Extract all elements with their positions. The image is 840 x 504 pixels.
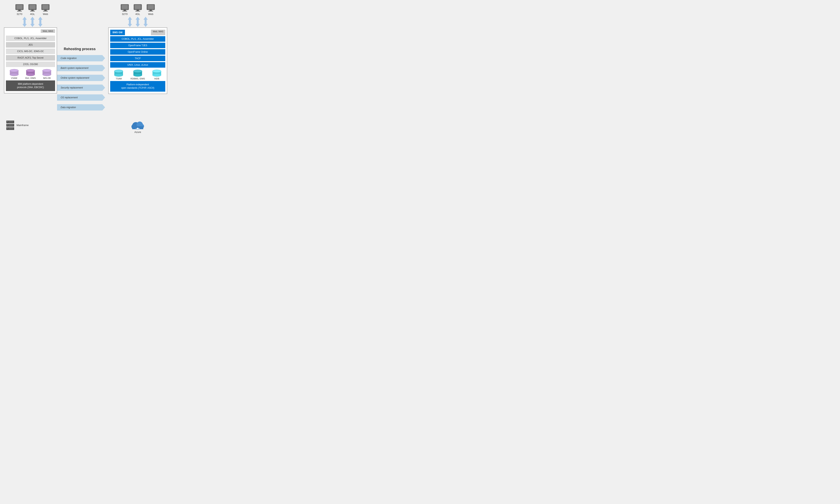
- bms-gw-badge: BMS GW: [110, 30, 125, 35]
- bottom-labels-row: Mainframe Azure: [4, 117, 206, 133]
- left-bottom-dark-box: IBM platform-dependent protocols (SNA, E…: [6, 80, 55, 91]
- svg-rect-7: [30, 11, 35, 12]
- svg-point-46: [153, 74, 161, 76]
- vsam-cylinder-icon: [9, 69, 19, 76]
- right-terminal-3270-label: 3270: [122, 13, 128, 16]
- right-bottom-text: Platform-independent open standards (TCP…: [121, 83, 155, 89]
- step-os-replacement-arrow: OS replacement: [57, 94, 102, 101]
- svg-rect-18: [137, 10, 139, 11]
- step-security-replacement-label: Security replacement: [59, 86, 83, 89]
- right-terminal-4gl-label: 4GL: [135, 13, 140, 16]
- step-os-replacement-label: OS replacement: [59, 96, 78, 99]
- svg-rect-19: [135, 11, 140, 12]
- svg-rect-15: [122, 11, 127, 12]
- left-web-was-badge: Web, WAS: [41, 29, 55, 33]
- left-db-db2: Db2, IDMS: [25, 69, 36, 79]
- svg-point-34: [42, 73, 51, 76]
- left-db-db2-label: Db2, IDMS: [25, 77, 36, 79]
- svg-rect-23: [148, 11, 153, 12]
- svg-point-38: [114, 74, 123, 76]
- bottom-middle-spacer: [57, 117, 102, 133]
- arrows-row: [4, 17, 206, 27]
- svg-point-39: [114, 70, 123, 73]
- step-code-migration-arrow: Code migration: [57, 55, 102, 61]
- svg-point-27: [10, 69, 18, 72]
- svg-rect-59: [7, 128, 8, 129]
- step-batch-replacement-label: Batch system replacement: [59, 67, 88, 69]
- azure-cloud-icon: [130, 119, 146, 130]
- imsdb-cylinder-icon: [41, 69, 52, 76]
- left-arrow-3270: [22, 17, 27, 27]
- svg-point-30: [26, 73, 35, 76]
- left-db-imsdb-label: IMS-DB: [43, 77, 51, 79]
- right-db-tsam-label: TSAM: [116, 77, 122, 80]
- left-db-vsam-label: VSAM: [11, 77, 17, 79]
- step-data-migration-arrow: Data migration: [57, 104, 102, 110]
- right-arrow-web: [143, 17, 148, 27]
- right-bar-openframe-tjes: OpenFrame TJES: [110, 43, 165, 48]
- step-batch-replacement: Batch system replacement: [57, 65, 102, 71]
- left-bar-jes: JES: [6, 42, 55, 48]
- left-arrow-4gl: [30, 17, 35, 27]
- svg-point-43: [134, 70, 142, 73]
- right-terminal-3270: 3270: [120, 4, 129, 16]
- svg-point-68: [137, 128, 139, 130]
- left-bar-cics: CICS, IMS-DC, IDMS-DC: [6, 49, 55, 54]
- step-security-replacement: Security replacement: [57, 85, 102, 91]
- db2-cylinder-icon: [25, 69, 36, 76]
- step-code-migration-label: Code migration: [59, 57, 76, 59]
- svg-rect-10: [44, 10, 47, 11]
- main-content-row: Web, WAS COBOL, PL/1, JCL, Assembler JES…: [4, 27, 206, 114]
- right-db-tsam: TSAM: [113, 70, 124, 80]
- svg-point-42: [134, 74, 142, 76]
- right-bar-openframe-online: OpenFrame Online: [110, 49, 165, 55]
- svg-rect-54: [7, 125, 8, 125]
- right-bar-unix: UNIX, Linux, zLinux: [110, 62, 165, 68]
- right-arrow-3270: [128, 17, 132, 27]
- svg-rect-9: [42, 5, 49, 9]
- right-bar-tacf: TACF: [110, 56, 165, 61]
- left-terminal-web: Web: [41, 4, 50, 16]
- svg-rect-13: [122, 5, 128, 9]
- right-terminal-4gl: 4GL: [133, 4, 142, 16]
- svg-rect-21: [147, 5, 154, 9]
- left-terminal-4gl: 4GL: [28, 4, 37, 16]
- right-db-hidb: HiDB: [152, 70, 162, 80]
- left-terminal-3270: 3270: [15, 4, 24, 16]
- left-terminal-web-label: Web: [43, 13, 48, 16]
- right-db-rdbms-label: RDBMS, IDMS: [130, 77, 145, 80]
- step-batch-replacement-arrow: Batch system replacement: [57, 65, 102, 71]
- right-bottom-platform-box: Platform-independent open standards (TCP…: [110, 81, 165, 92]
- hidb-cylinder-icon: [152, 70, 162, 77]
- right-panel-box: BMS GW Web, WAS COBOL, PL/1, JCL, Assemb…: [108, 27, 167, 94]
- svg-point-35: [42, 69, 51, 72]
- right-db-rdbms: RDBMS, IDMS: [130, 70, 145, 80]
- rdbms-cylinder-icon: [133, 70, 143, 77]
- right-bar-cobol: COBOL, PL/1, JCL, Assembler: [110, 36, 165, 42]
- monitor-icon: [15, 4, 24, 12]
- step-data-migration: Data migration: [57, 104, 102, 110]
- rehosting-title: Rehosting process: [64, 47, 95, 51]
- svg-rect-17: [135, 5, 141, 9]
- left-arrow-web: [38, 17, 42, 27]
- svg-rect-22: [150, 10, 152, 11]
- right-db-hidb-label: HiDB: [154, 77, 159, 80]
- left-terminal-4gl-label: 4GL: [30, 13, 35, 16]
- left-bar-zos: Z/OS, OS/390: [6, 61, 55, 67]
- right-web-was-badge: Web, WAS: [151, 30, 165, 35]
- left-db-vsam: VSAM: [9, 69, 19, 79]
- right-top-row: BMS GW Web, WAS: [110, 30, 165, 35]
- mainframe-label: Mainframe: [17, 124, 29, 127]
- azure-label: Azure: [134, 130, 141, 133]
- middle-section: Rehosting process Code migration Batch s…: [57, 27, 102, 114]
- right-monitor-icon-4gl: [133, 4, 142, 12]
- tsam-cylinder-icon: [113, 70, 124, 77]
- diagram-container: 3270 4GL Web: [4, 4, 206, 133]
- svg-rect-1: [16, 5, 23, 9]
- right-terminal-web: Web: [146, 4, 155, 16]
- middle-spacer-arrows: [57, 17, 102, 27]
- step-online-replacement: Online system replacement: [57, 75, 102, 81]
- svg-rect-11: [43, 11, 48, 12]
- monitor-icon-4gl: [28, 4, 37, 12]
- left-databases-row: VSAM Db2, IDMS: [6, 69, 55, 79]
